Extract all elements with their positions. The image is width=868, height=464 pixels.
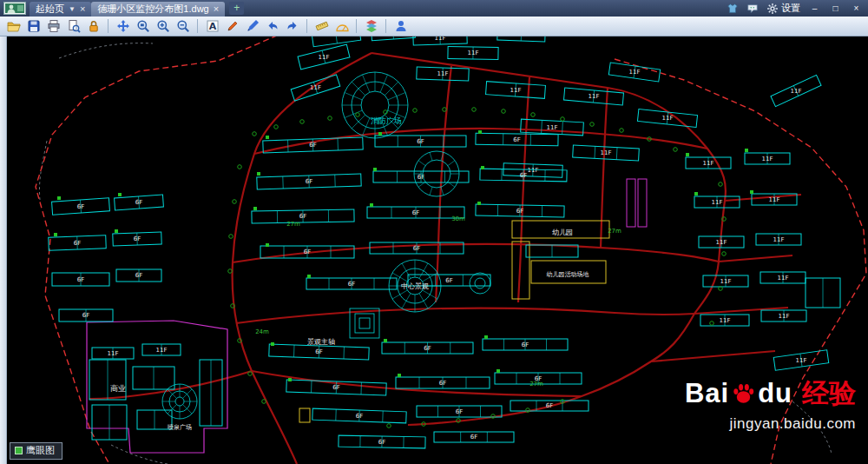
skin-icon[interactable]: [727, 3, 739, 15]
svg-text:11F: 11F: [547, 124, 558, 131]
svg-text:6F: 6F: [520, 172, 527, 179]
user-icon: [394, 19, 408, 33]
app-logo: [0, 0, 30, 17]
svg-text:6F: 6F: [82, 312, 89, 319]
close-tab-icon[interactable]: ×: [214, 4, 219, 14]
toolbar-separator: [356, 19, 357, 33]
baidu-watermark: Bai du 经验 jingyan.baidu.com: [685, 375, 856, 433]
tab-drawing-file[interactable]: 德珊小区监控分布图1.dwg ×: [91, 2, 225, 17]
minimize-button[interactable]: –: [808, 3, 821, 13]
left-panel-strip[interactable]: [0, 36, 7, 464]
svg-text:6F: 6F: [412, 209, 419, 216]
svg-text:商业: 商业: [110, 384, 126, 393]
pan-button[interactable]: [114, 17, 132, 35]
svg-text:景观主轴: 景观主轴: [307, 338, 335, 346]
svg-text:11F: 11F: [662, 115, 674, 122]
svg-text:喷泉广场: 喷泉广场: [168, 424, 192, 431]
svg-text:11F: 11F: [601, 149, 612, 156]
svg-text:6F: 6F: [304, 249, 311, 255]
zoom-in-icon: [156, 19, 170, 33]
overview-map-label: 鹰眼图: [26, 444, 55, 457]
settings-button[interactable]: 设置: [766, 2, 800, 15]
save-button[interactable]: [24, 17, 43, 35]
svg-text:11F: 11F: [779, 313, 790, 320]
message-icon[interactable]: [746, 3, 759, 15]
close-button[interactable]: ×: [850, 3, 863, 13]
zoom-window-icon: [136, 19, 150, 33]
lock-icon: [87, 19, 101, 33]
svg-text:6F: 6F: [546, 402, 553, 409]
svg-text:6F: 6F: [418, 174, 424, 181]
marker-button[interactable]: [243, 17, 261, 35]
svg-text:6F: 6F: [413, 245, 420, 252]
toolbar-separator: [385, 19, 386, 33]
watermark-brand-left: Bai: [685, 378, 729, 409]
zoom-out-button[interactable]: [174, 17, 192, 35]
svg-text:6F: 6F: [513, 136, 520, 143]
zoom-in-button[interactable]: [154, 17, 172, 35]
settings-label: 设置: [781, 2, 800, 15]
cad-canvas[interactable]: 11F11F11F11F11F11F11F11F11F11F11F11F11F1…: [7, 36, 868, 464]
print-preview-button[interactable]: [64, 17, 82, 35]
svg-text:6F: 6F: [77, 276, 84, 283]
svg-text:11F: 11F: [528, 167, 539, 174]
layers-icon: [365, 19, 378, 33]
measure-angle-button[interactable]: [332, 17, 351, 35]
svg-text:11F: 11F: [716, 239, 727, 246]
svg-text:11F: 11F: [720, 278, 732, 285]
watermark-brand-right: du: [758, 378, 792, 409]
undo-button[interactable]: [263, 17, 281, 35]
svg-text:11F: 11F: [791, 88, 802, 95]
svg-text:消防广场: 消防广场: [371, 116, 402, 125]
svg-text:6F: 6F: [135, 272, 142, 279]
svg-text:11F: 11F: [629, 69, 641, 76]
maximize-button[interactable]: □: [829, 3, 842, 13]
app-window: 起始页 ▼ × 德珊小区监控分布图1.dwg × +: [0, 0, 868, 464]
svg-text:6F: 6F: [74, 240, 81, 247]
layers-button[interactable]: [362, 17, 380, 35]
print-preview-icon: [67, 19, 81, 33]
svg-text:6F: 6F: [135, 199, 142, 206]
close-tab-icon[interactable]: ×: [80, 4, 85, 14]
svg-text:6F: 6F: [522, 341, 529, 348]
user-button[interactable]: [391, 17, 410, 35]
watermark-url: jingyan.baidu.com: [685, 415, 856, 433]
svg-text:6F: 6F: [516, 208, 523, 215]
svg-text:11F: 11F: [712, 199, 723, 206]
baidu-paw-icon: [732, 382, 755, 406]
new-tab-button[interactable]: +: [229, 2, 244, 15]
lock-button[interactable]: [84, 17, 102, 35]
svg-text:幼儿园: 幼儿园: [552, 229, 573, 236]
svg-text:11F: 11F: [435, 36, 446, 42]
svg-text:幼儿园活动场地: 幼儿园活动场地: [547, 271, 589, 278]
zoom-window-button[interactable]: [134, 17, 152, 35]
measure-length-button[interactable]: [312, 17, 331, 35]
open-button[interactable]: [4, 17, 23, 35]
text-button[interactable]: A: [203, 17, 221, 35]
svg-text:27m: 27m: [529, 381, 543, 388]
gear-icon: [766, 3, 779, 15]
text-icon: A: [206, 19, 220, 33]
redo-button[interactable]: [283, 17, 301, 35]
tab-start-page[interactable]: 起始页 ▼ ×: [30, 2, 91, 17]
pencil-button[interactable]: [223, 17, 241, 35]
svg-text:27m: 27m: [286, 221, 300, 228]
watermark-suffix: 经验: [802, 375, 856, 412]
print-button[interactable]: [44, 17, 62, 35]
pan-icon: [116, 19, 130, 33]
toolbar-separator: [197, 19, 198, 33]
toolbar-separator: [306, 19, 307, 33]
svg-text:11F: 11F: [769, 196, 780, 203]
svg-text:11F: 11F: [468, 50, 479, 56]
chevron-down-icon[interactable]: ▼: [69, 5, 76, 13]
svg-text:11F: 11F: [437, 70, 449, 77]
undo-icon: [266, 19, 279, 33]
svg-text:A: A: [208, 21, 216, 32]
svg-text:30m: 30m: [451, 215, 465, 222]
protractor-icon: [335, 19, 349, 33]
overview-map-button[interactable]: 鹰眼图: [10, 442, 62, 460]
ruler-icon: [315, 19, 329, 33]
svg-text:11F: 11F: [773, 236, 785, 243]
svg-text:11F: 11F: [310, 84, 321, 91]
svg-text:11F: 11F: [510, 87, 522, 94]
